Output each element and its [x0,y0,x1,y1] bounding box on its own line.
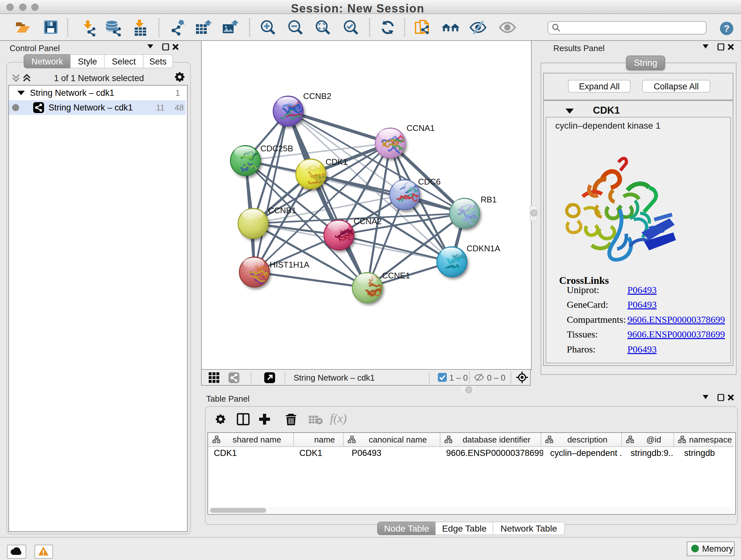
svg-text:CCNE1: CCNE1 [382,271,410,280]
svg-text:CCNA1: CCNA1 [407,123,434,133]
svg-text:CDKN1A: CDKN1A [467,244,500,253]
svg-text:CDK1: CDK1 [326,157,347,167]
svg-text:CCNB2: CCNB2 [303,91,331,101]
svg-text:HIST1H1A: HIST1H1A [270,260,310,269]
svg-text:CDC25B: CDC25B [260,144,293,153]
svg-text:CCNA2: CCNA2 [354,216,382,226]
svg-text:CCNB1: CCNB1 [268,206,296,215]
svg-text:CDC6: CDC6 [418,177,441,186]
svg-text:RB1: RB1 [481,195,497,204]
